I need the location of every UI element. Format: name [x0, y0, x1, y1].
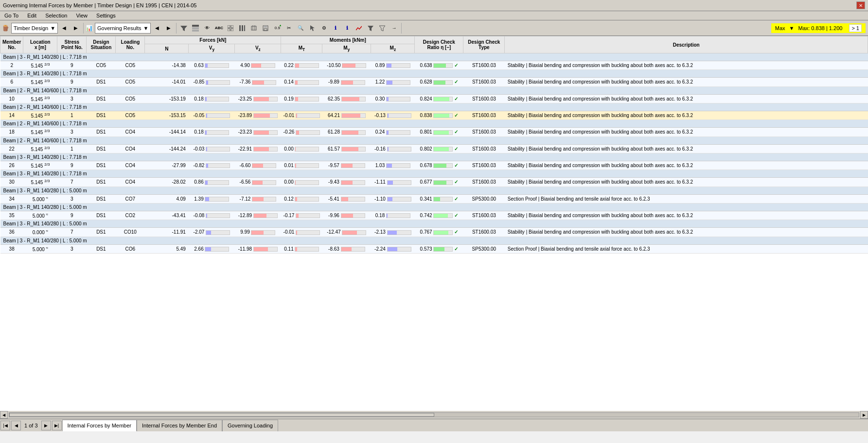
max-values: Max: 0.838 | 1.200 — [798, 25, 842, 31]
svg-rect-15 — [264, 26, 267, 28]
table-row[interactable]: 25.145 2/39CO5CO5-14.380.63 4.90 0.22 -1… — [0, 61, 868, 70]
info1-btn[interactable]: ℹ — [330, 23, 341, 34]
table-row[interactable]: 265.145 2/39DS1CO4-27.99-0.82 -6.60 0.01… — [0, 161, 868, 170]
search-btn[interactable]: 🔍 — [295, 23, 306, 34]
col-vz: Vz — [235, 44, 281, 53]
toolbar: 🪵 Timber Design ▼ ◀ ▶ 📊 Governing Result… — [0, 20, 868, 36]
col-mt: MT — [281, 44, 322, 53]
menu-edit[interactable]: Edit — [26, 12, 38, 19]
member-header-row: Beam | 3 - R_M1 140/280 | L : 5.000 m — [0, 220, 868, 228]
design-dropdown[interactable]: Timber Design ▼ — [11, 23, 58, 34]
timber-icon: 🪵 — [2, 25, 9, 32]
eye-btn[interactable]: 👁 — [202, 23, 213, 34]
svg-rect-3 — [192, 30, 199, 32]
scroll-left-btn[interactable]: ◀ — [0, 411, 8, 419]
results-icon: 📊 — [86, 25, 93, 32]
results-next-btn[interactable]: ▶ — [163, 23, 174, 34]
table-row[interactable]: 360.000 ≈7DS1CO10-11.91-2.07 9.99 -0.01 … — [0, 228, 868, 237]
col-check-type: Design CheckType — [463, 36, 505, 53]
svg-rect-16 — [264, 29, 267, 31]
table-row[interactable]: 105.145 2/33DS1CO5-153.190.18 -23.25 0.1… — [0, 94, 868, 103]
svg-rect-2 — [192, 27, 199, 29]
arrow-btn[interactable]: → — [389, 23, 399, 34]
data-table: MemberNo. Locationx [m] StressPoint No. … — [0, 36, 868, 254]
member-header-row: Beam | 2 - R_M1 140/600 | L : 7.718 m — [0, 136, 868, 144]
nav-last-btn[interactable]: ▶| — [52, 421, 62, 430]
nav-prev-btn[interactable]: ◀ — [59, 23, 70, 34]
filter-btn[interactable] — [178, 23, 189, 34]
table-row[interactable]: 145.145 2/31DS1CO5-153.15-0.05 -23.89 -0… — [0, 111, 868, 119]
col-stress-pt: StressPoint No. — [57, 36, 87, 53]
col-eta: Design CheckRatio η [–] — [415, 36, 463, 53]
nav-next-btn[interactable]: ▶ — [71, 23, 81, 34]
export-btn[interactable] — [248, 23, 259, 34]
scrollbar-track[interactable] — [9, 412, 859, 417]
table-row[interactable]: 355.000 ≈9DS1CO2-43.41-0.08 -12.89 -0.17… — [0, 211, 868, 220]
cursor-btn[interactable] — [307, 23, 318, 34]
svg-rect-10 — [244, 25, 245, 31]
menu-selection[interactable]: Selection — [44, 12, 69, 19]
toolbar-actions-group: 👁 ABC 0.9 ▲ ✂ 🔍 ⚙ ℹ ℹ — [178, 23, 402, 34]
tab-internal-forces[interactable]: Internal Forces by Member — [62, 420, 137, 431]
main-table-container[interactable]: MemberNo. Locationx [m] StressPoint No. … — [0, 36, 868, 411]
nav-first-btn[interactable]: |◀ — [0, 421, 10, 430]
menu-view[interactable]: View — [74, 12, 89, 19]
svg-marker-18 — [379, 26, 385, 31]
member-header-row: Beam | 2 - R_M1 140/600 | L : 7.718 m — [0, 103, 868, 111]
info2-btn[interactable]: ℹ — [342, 23, 353, 34]
close-button[interactable]: ✕ — [856, 1, 865, 9]
member-header-row: Beam | 3 - R_M1 140/280 | L : 7.718 m — [0, 70, 868, 78]
funnel-btn[interactable] — [365, 23, 376, 34]
scrollbar-thumb[interactable] — [9, 413, 434, 417]
horizontal-scrollbar[interactable]: ◀ ▶ — [0, 411, 868, 419]
svg-rect-1 — [192, 25, 199, 27]
grid-btn[interactable] — [225, 23, 236, 34]
col-vy: Vy — [189, 44, 235, 53]
table-row[interactable]: 305.145 2/37DS1CO4-28.020.86 -6.56 0.00 … — [0, 178, 868, 187]
col-loading-no: LoadingNo. — [116, 36, 145, 53]
nav-next-page-btn[interactable]: ▶ — [41, 421, 51, 430]
filter2-btn[interactable] — [377, 23, 388, 34]
svg-rect-6 — [228, 29, 230, 31]
nav-prev-page-btn[interactable]: ◀ — [11, 421, 21, 430]
col-n: N — [145, 44, 189, 53]
menu-settings[interactable]: Settings — [95, 12, 117, 19]
table-row[interactable]: 185.145 2/33DS1CO4-144.140.18 -23.23 -0.… — [0, 128, 868, 136]
member-header-row: Beam | 3 - R_M1 140/280 | L : 7.718 m — [0, 53, 868, 61]
svg-marker-17 — [368, 26, 373, 31]
chart-btn[interactable] — [354, 23, 364, 34]
results-prev-btn[interactable]: ◀ — [152, 23, 162, 34]
results-dropdown[interactable]: Governing Results ▼ — [95, 23, 151, 34]
member-header-row: Beam | 3 - R_M1 140/280 | L : 5.000 m — [0, 187, 868, 194]
bottom-bar: |◀ ◀ 1 of 3 ▶ ▶| Internal Forces by Memb… — [0, 419, 868, 431]
window-title: Governing Internal Forces by Member | Ti… — [3, 2, 196, 8]
tab-governing-loading[interactable]: Governing Loading — [222, 420, 278, 431]
abc-btn[interactable]: ABC — [213, 23, 224, 34]
col-moments-header: Moments [kNm] — [281, 36, 415, 44]
max-label: Max — [775, 25, 785, 31]
tab-internal-forces-end[interactable]: Internal Forces by Member End — [137, 420, 222, 431]
toolbar-left-group: 🪵 Timber Design ▼ ◀ ▶ — [2, 23, 84, 34]
gt-label: > 1 — [849, 24, 862, 32]
max-dropdown-arrow[interactable]: ▼ — [789, 25, 795, 31]
dropdown-arrow: ▼ — [50, 25, 55, 31]
table-row[interactable]: 385.000 ≈3DS1CO65.492.66 -11.98 0.11 -8.… — [0, 244, 868, 253]
menu-goto[interactable]: Go To — [3, 12, 20, 19]
table-row[interactable]: 225.145 2/31DS1CO4-144.24-0.03 -22.91 0.… — [0, 144, 868, 153]
table-row[interactable]: 65.145 2/39DS1CO5-14.01-0.85 -7.36 0.14 … — [0, 78, 868, 86]
table-row[interactable]: 345.000 ≈3DS1CO74.091.39 -7.12 0.12 -5.4… — [0, 194, 868, 203]
columns-btn[interactable] — [237, 23, 248, 34]
svg-rect-8 — [239, 25, 241, 31]
member-header-row: Beam | 3 - R_M1 140/280 | L : 5.000 m — [0, 203, 868, 211]
col-description: Description — [505, 36, 868, 53]
max-section: Max ▼ Max: 0.838 | 1.200 > 1 — [771, 23, 866, 34]
scissors-btn[interactable]: ✂ — [283, 23, 294, 34]
table-btn[interactable] — [190, 23, 201, 34]
member-header-row: Beam | 3 - R_M1 140/280 | L : 7.718 m — [0, 170, 868, 178]
scroll-right-btn[interactable]: ▶ — [860, 411, 868, 419]
col-my: My — [322, 44, 371, 53]
page-indicator: 1 of 3 — [21, 423, 41, 428]
calc-btn[interactable]: 0.9 ▲ — [272, 23, 283, 34]
settings2-btn[interactable]: ⚙ — [319, 23, 329, 34]
save-btn[interactable] — [260, 23, 271, 34]
